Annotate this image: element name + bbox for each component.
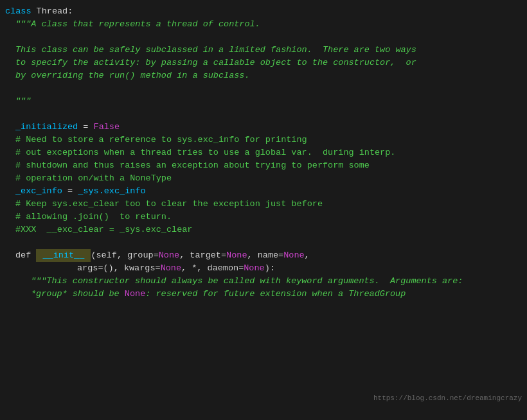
code-line: # shutdown and thus raises an exception … — [0, 159, 527, 172]
code-line: # operation on/with a NoneType — [0, 172, 527, 185]
code-line: # Need to store a reference to sys.exc_i… — [0, 134, 527, 146]
code-line — [0, 236, 527, 249]
code-line: # out exceptions when a thread tries to … — [0, 146, 527, 159]
docstring: """A class that represents a thread of c… — [15, 18, 260, 31]
code-line: to specify the activity: by passing a ca… — [0, 57, 527, 69]
code-line: class Thread: — [0, 5, 527, 18]
code-line: args=(), kwargs=None, *, daemon=None): — [0, 262, 527, 275]
watermark: https://blog.csdn.net/dreamingcrazy — [373, 394, 522, 402]
code-line: """This constructor should always be cal… — [0, 275, 527, 288]
code-line: # allowing .join() to return. — [0, 211, 527, 223]
code-line: _initialized = False — [0, 121, 527, 134]
code-line: *group* should be None: reserved for fut… — [0, 288, 527, 301]
code-line: """A class that represents a thread of c… — [0, 18, 527, 31]
code-line: # Keep sys.exc_clear too to clear the ex… — [0, 198, 527, 211]
code-line: def __init__ (self, group=None, target=N… — [0, 249, 527, 262]
keyword-class: class — [5, 5, 31, 18]
code-line — [0, 108, 527, 121]
code-editor: class Thread: """A class that represents… — [0, 0, 527, 420]
code-line: #XXX __exc_clear = _sys.exc_clear — [0, 223, 527, 236]
code-line: This class can be safely subclassed in a… — [0, 44, 527, 57]
code-line: by overriding the run() method in a subc… — [0, 69, 527, 82]
code-line — [0, 31, 527, 44]
code-line: _exc_info = _sys.exc_info — [0, 185, 527, 198]
code-line — [0, 82, 527, 95]
code-line: """ — [0, 95, 527, 108]
